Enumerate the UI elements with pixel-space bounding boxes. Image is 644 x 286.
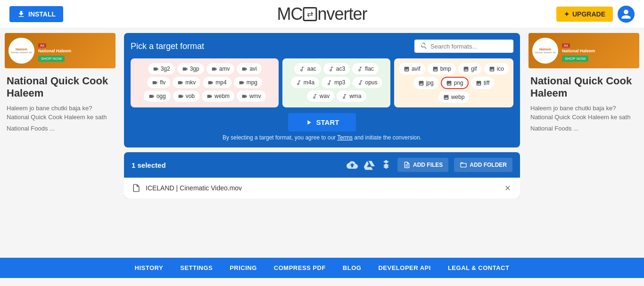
sidebar-left-more: National Foods ...: [7, 125, 114, 132]
sidebar-right: Haleem banao asaani se Ad National Halee…: [524, 28, 644, 258]
video-format-chip[interactable]: flv: [147, 77, 170, 88]
google-drive-icon[interactable]: [363, 159, 375, 171]
search-icon: [420, 42, 428, 50]
ad-banner-right: Haleem banao asaani se Ad National Halee…: [528, 33, 639, 68]
upload-cloud-icon[interactable]: [347, 159, 358, 171]
start-label: START: [316, 118, 339, 126]
file-name: ICELAND | Cinematic Video.mov: [146, 184, 498, 192]
footer-compress-pdf[interactable]: COMPRESS PDF: [274, 264, 326, 271]
video-format-chip[interactable]: mpg: [234, 77, 262, 88]
sidebar-right-desc: Haleem jo bane chutki baja ke? National …: [530, 104, 637, 122]
terms-link[interactable]: Terms: [337, 134, 353, 141]
dropbox-icon[interactable]: [380, 159, 392, 171]
file-section: 1 selected ADD FILES ADD FOLDER ICELAND …: [124, 152, 520, 198]
logo-suffix: nverter: [317, 4, 367, 24]
audio-format-chips: aacac3flacm4amp3opuswavwma: [287, 63, 386, 102]
upgrade-label: UPGRADE: [572, 10, 605, 18]
video-format-chip[interactable]: 3g2: [148, 63, 175, 74]
close-icon: [504, 184, 512, 192]
format-picker-title: Pick a target format: [131, 41, 204, 51]
sidebar-right-title: National Quick Cook Haleem: [530, 75, 637, 100]
start-button[interactable]: START: [288, 113, 356, 131]
audio-format-chip[interactable]: mp3: [322, 77, 350, 88]
image-format-chip[interactable]: webp: [438, 91, 470, 103]
image-format-chip[interactable]: png: [441, 77, 469, 89]
logo-prefix: MC: [277, 4, 302, 24]
image-format-chips: avifbmpgificojpgpngtiffwebp: [399, 63, 509, 103]
footer-blog[interactable]: BLOG: [343, 264, 362, 271]
search-input[interactable]: [430, 43, 508, 50]
footer-developer-api[interactable]: DEVELOPER API: [378, 264, 430, 271]
center-content: Pick a target format 3g23gpamvaviflvmkvm…: [120, 28, 524, 258]
audio-format-chip[interactable]: wav: [307, 90, 334, 102]
user-icon: [620, 8, 632, 20]
sidebar-right-more: National Foods ...: [530, 125, 637, 132]
logo-icon: ⇄: [303, 7, 317, 21]
selected-count: 1 selected: [132, 161, 341, 169]
formats-grid: 3g23gpamvaviflvmkvmp4mpgoggvobwebmwmv aa…: [131, 58, 513, 107]
add-folder-button[interactable]: ADD FOLDER: [454, 158, 512, 172]
start-section: START By selecting a target format, you …: [131, 113, 513, 141]
upgrade-button[interactable]: ✦ UPGRADE: [556, 7, 613, 22]
upgrade-star-icon: ✦: [564, 10, 570, 18]
add-folder-icon: [460, 161, 467, 169]
arrow-icon: [305, 119, 313, 126]
file-header: 1 selected ADD FILES ADD FOLDER: [124, 152, 520, 178]
footer-history[interactable]: HISTORY: [135, 264, 164, 271]
sidebar-left-content: National Quick Cook Haleem Haleem jo ban…: [5, 72, 116, 135]
footer-legal[interactable]: LEGAL & CONTACT: [448, 264, 510, 271]
footer: HISTORY SETTINGS PRICING COMPRESS PDF BL…: [0, 258, 644, 278]
image-format-chip[interactable]: bmp: [428, 63, 456, 74]
add-files-label: ADD FILES: [413, 162, 443, 168]
header-right: ✦ UPGRADE: [556, 6, 635, 23]
install-icon: [17, 10, 25, 18]
image-format-chip[interactable]: tiff: [471, 77, 494, 89]
audio-format-chip[interactable]: ac3: [323, 63, 350, 74]
audio-format-chip[interactable]: aac: [294, 63, 321, 74]
video-format-chip[interactable]: mkv: [173, 77, 200, 88]
sidebar-left: Haleem banao asaani se Ad National Halee…: [0, 28, 120, 258]
video-format-chips: 3g23gpamvaviflvmkvmp4mpgoggvobwebmwmv: [135, 63, 274, 102]
video-format-chip[interactable]: avi: [237, 63, 261, 74]
footer-settings[interactable]: SETTINGS: [180, 264, 213, 271]
image-format-chip[interactable]: jpg: [413, 77, 438, 89]
video-format-chip[interactable]: ogg: [144, 90, 171, 102]
main-layout: Haleem banao asaani se Ad National Halee…: [0, 28, 644, 258]
image-formats-section: avifbmpgificojpgpngtiffwebp: [394, 58, 513, 107]
install-button[interactable]: INSTALL: [9, 6, 63, 22]
audio-formats-section: aacac3flacm4amp3opuswavwma: [282, 58, 390, 107]
add-folder-label: ADD FOLDER: [470, 162, 507, 168]
audio-format-chip[interactable]: m4a: [291, 77, 319, 88]
sidebar-right-content: National Quick Cook Haleem Haleem jo ban…: [528, 72, 639, 135]
terms-text: By selecting a target format, you agree …: [223, 134, 421, 141]
add-files-button[interactable]: ADD FILES: [397, 158, 448, 172]
video-format-chip[interactable]: amv: [206, 63, 235, 74]
add-files-icon: [403, 161, 411, 169]
image-format-chip[interactable]: ico: [484, 63, 509, 74]
format-picker: Pick a target format 3g23gpamvaviflvmkvm…: [124, 33, 520, 147]
file-row: ICELAND | Cinematic Video.mov: [124, 178, 520, 198]
sidebar-left-title: National Quick Cook Haleem: [7, 75, 114, 100]
video-format-chip[interactable]: vob: [173, 90, 199, 102]
video-format-chip[interactable]: mp4: [203, 77, 231, 88]
header-left: INSTALL: [9, 6, 63, 22]
search-wrap[interactable]: [414, 40, 513, 53]
footer-pricing[interactable]: PRICING: [230, 264, 257, 271]
sidebar-left-desc: Haleem jo bane chutki baja ke? National …: [7, 104, 114, 122]
image-format-chip[interactable]: gif: [458, 63, 482, 74]
logo: MC ⇄ nverter: [277, 4, 367, 24]
ad-banner-left: Haleem banao asaani se Ad National Halee…: [5, 33, 116, 68]
video-formats-section: 3g23gpamvaviflvmkvmp4mpgoggvobwebmwmv: [131, 58, 279, 107]
file-icon: [132, 183, 141, 193]
video-format-chip[interactable]: 3gp: [177, 63, 204, 74]
audio-format-chip[interactable]: flac: [352, 63, 379, 74]
audio-format-chip[interactable]: opus: [353, 77, 382, 88]
format-picker-header: Pick a target format: [131, 40, 513, 53]
image-format-chip[interactable]: avif: [399, 63, 425, 74]
file-close-button[interactable]: [503, 183, 512, 193]
user-avatar[interactable]: [618, 6, 635, 23]
audio-format-chip[interactable]: wma: [337, 90, 366, 102]
install-label: INSTALL: [28, 10, 56, 18]
video-format-chip[interactable]: webm: [202, 90, 234, 102]
video-format-chip[interactable]: wmv: [237, 90, 266, 102]
